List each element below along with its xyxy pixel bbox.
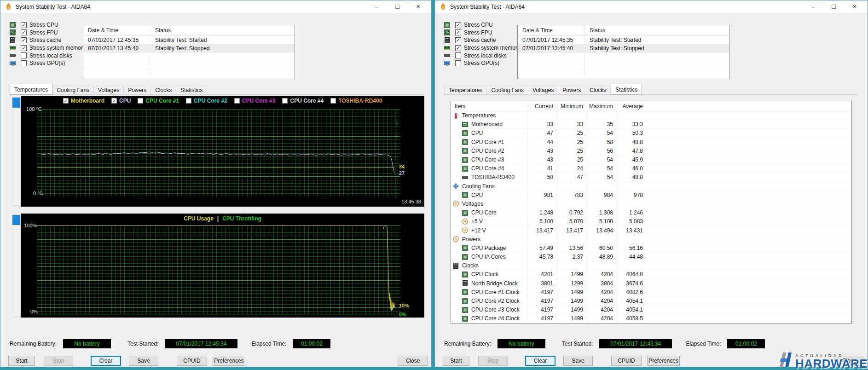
save-button[interactable]: Save <box>563 356 593 366</box>
table-row[interactable]: Motherboard33333533.3 <box>451 120 851 129</box>
titlebar[interactable]: System Stability Test - AIDA64 – □ × <box>0 0 431 13</box>
table-row[interactable]: TOSHIBA-RD40050475448.8 <box>451 173 851 182</box>
legend-checkbox[interactable] <box>282 98 288 104</box>
preferences-button[interactable]: Preferences <box>647 356 680 366</box>
usage-graph-title: CPU Usage|CPU Throttling <box>21 215 424 222</box>
cpu-chip-icon <box>462 316 469 322</box>
tab-statistics[interactable]: Statistics <box>611 84 642 95</box>
stress-checkbox[interactable]: ✓ <box>455 22 461 28</box>
cpuid-button[interactable]: CPUID <box>611 356 642 366</box>
close-button[interactable]: Close <box>398 356 428 366</box>
log-row[interactable]: 07/01/2017 12:45:35Stability Test: Start… <box>83 36 295 44</box>
maximize-button[interactable]: □ <box>387 0 408 13</box>
titlebar[interactable]: System Stability Test - AIDA64 – □ × <box>435 0 868 13</box>
tab-statistics[interactable]: Statistics <box>176 86 207 95</box>
table-row[interactable]: Voltages <box>451 200 851 208</box>
cpuid-button[interactable]: CPUID <box>177 356 207 366</box>
tab-voltages[interactable]: Voltages <box>94 86 124 95</box>
stats-col-average[interactable]: Average <box>617 101 647 111</box>
close-window-button[interactable]: × <box>844 0 865 13</box>
stats-col-current[interactable]: Current <box>527 101 557 111</box>
close-window-button[interactable]: × <box>408 0 428 13</box>
table-row[interactable]: CPU Clock4201149942044064.0 <box>451 270 851 279</box>
stress-checkbox[interactable]: ✓ <box>455 37 461 43</box>
cache-chip-icon <box>444 37 451 43</box>
table-row[interactable]: CPU981783984978 <box>451 191 851 200</box>
legend-checkbox[interactable] <box>186 98 191 104</box>
table-row[interactable]: Powers <box>451 235 851 244</box>
tab-temperatures[interactable]: Temperatures <box>10 84 52 95</box>
temp-scrollbar-thumb[interactable] <box>12 98 20 108</box>
table-row[interactable]: North Bridge Clock3801129938043674.6 <box>451 279 851 288</box>
log-col-status[interactable]: Status <box>150 25 295 35</box>
table-row[interactable]: Cooling Fans <box>451 182 851 191</box>
stress-checkbox[interactable]: ✓ <box>455 29 461 35</box>
stats-col-item[interactable]: Item <box>451 101 527 111</box>
table-row[interactable]: CPU Package57.4913.5660.5056.16 <box>451 244 851 253</box>
table-row[interactable]: CPU Core #441245446.0 <box>451 164 851 173</box>
table-row[interactable]: CPU Core #1 Clock4197149942044082.6 <box>451 288 851 297</box>
table-row[interactable]: +5 V5.1005.0705.1005.083 <box>451 217 851 226</box>
tab-temperatures[interactable]: Temperatures <box>444 86 487 95</box>
log-row[interactable]: 07/01/2017 13:45:40Stability Test: Stopp… <box>83 44 295 52</box>
legend-checkbox[interactable]: ✓ <box>63 98 69 104</box>
table-row[interactable]: +12 V13.41713.41713.49413.431 <box>451 226 851 235</box>
table-row[interactable]: CPU Core #4 Clock4197149942044058.5 <box>451 314 851 323</box>
table-row[interactable]: CPU Core #243255647.8 <box>451 147 851 156</box>
tab-voltages[interactable]: Voltages <box>528 86 558 95</box>
legend-label: Motherboard <box>71 98 104 104</box>
table-row[interactable]: CPU IA Cores45.782.3748.8944.48 <box>451 253 851 261</box>
log-col-datetime[interactable]: Date & Time <box>518 25 585 35</box>
stress-checkbox[interactable]: ✓ <box>21 37 27 43</box>
maximize-button[interactable]: □ <box>823 0 844 13</box>
table-row[interactable]: CPU47255450.3 <box>451 129 851 138</box>
tab-cooling-fans[interactable]: Cooling Fans <box>487 86 528 95</box>
temp-graph-scrollbar[interactable] <box>12 97 21 206</box>
tab-cooling-fans[interactable]: Cooling Fans <box>52 86 94 95</box>
legend-checkbox[interactable] <box>138 98 143 104</box>
preferences-button[interactable]: Preferences <box>213 356 245 366</box>
log-row[interactable]: 07/01/2017 13:45:40Stability Test: Stopp… <box>518 44 729 52</box>
legend-checkbox[interactable] <box>234 98 240 104</box>
stress-checkbox[interactable] <box>455 52 461 58</box>
table-row[interactable]: CPU Core1.2480.7921.3081.246 <box>451 208 851 217</box>
legend-checkbox[interactable]: ✓ <box>111 98 117 104</box>
log-row[interactable]: 07/01/2017 12:45:35Stability Test: Start… <box>518 36 729 44</box>
table-row[interactable]: CPU Core #343255445.9 <box>451 156 851 164</box>
stats-value-cell: 24 <box>557 164 587 173</box>
table-row[interactable]: CPU Core #2 Clock4197149942044054.1 <box>451 297 851 306</box>
log-col-datetime[interactable]: Date & Time <box>83 25 150 35</box>
table-row[interactable]: Clocks <box>451 261 851 270</box>
tab-clocks[interactable]: Clocks <box>585 86 611 95</box>
stress-checkbox[interactable] <box>21 52 27 58</box>
save-button[interactable]: Save <box>129 356 158 366</box>
table-row[interactable]: CPU Core #3 Clock4197149942044054.1 <box>451 306 851 314</box>
stats-item-cell: CPU Core #2 Clock <box>451 297 527 305</box>
start-button[interactable]: Start <box>8 356 35 366</box>
stress-checkbox[interactable]: ✓ <box>455 45 461 51</box>
log-col-status[interactable]: Status <box>585 25 729 35</box>
tab-powers[interactable]: Powers <box>558 86 585 95</box>
usage-scrollbar-thumb[interactable] <box>12 215 20 225</box>
stress-checkbox[interactable] <box>21 60 27 66</box>
stats-col-minimum[interactable]: Minimum <box>557 101 587 111</box>
table-row[interactable]: CPU Core #144255848.8 <box>451 138 851 147</box>
stress-checkbox[interactable]: ✓ <box>21 45 27 51</box>
tab-powers[interactable]: Powers <box>124 86 151 95</box>
minimize-button[interactable]: – <box>803 0 823 13</box>
clear-button[interactable]: Clear <box>525 356 556 366</box>
stress-checkbox[interactable]: ✓ <box>21 22 27 28</box>
minimize-button[interactable]: – <box>366 0 387 13</box>
stress-checkbox[interactable] <box>455 60 461 66</box>
clear-button[interactable]: Clear <box>91 356 121 366</box>
stats-col-maximum[interactable]: Maximum <box>587 101 617 111</box>
table-row[interactable]: Temperatures <box>451 111 851 120</box>
stats-value-cell: 47 <box>557 173 587 181</box>
cache-chip-icon <box>453 263 460 269</box>
stats-value-cell: 4204 <box>587 314 617 323</box>
usage-graph-scrollbar[interactable] <box>12 214 21 317</box>
legend-checkbox[interactable] <box>330 98 336 104</box>
stress-checkbox[interactable]: ✓ <box>21 29 27 35</box>
tab-clocks[interactable]: Clocks <box>151 86 176 95</box>
start-button[interactable]: Start <box>443 356 469 366</box>
